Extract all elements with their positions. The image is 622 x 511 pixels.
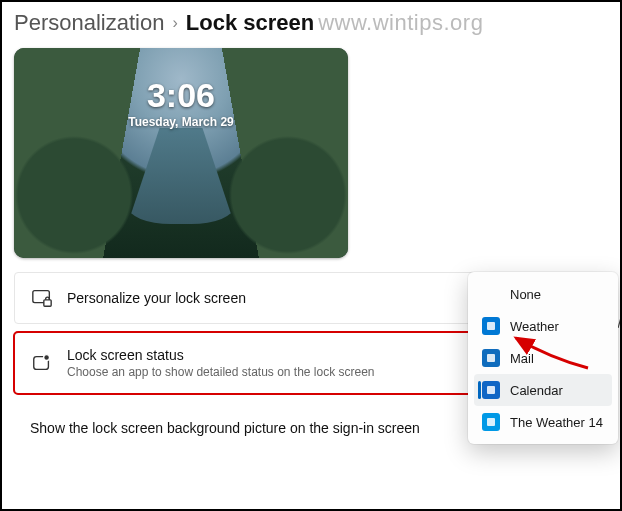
svg-rect-1	[44, 300, 51, 306]
flyout-item-none[interactable]: None	[474, 278, 612, 310]
preview-date: Tuesday, March 29	[128, 115, 234, 129]
svg-rect-7	[487, 354, 495, 362]
flyout-item-mail[interactable]: Mail	[474, 342, 612, 374]
svg-point-3	[44, 355, 50, 361]
status-subtitle: Choose an app to show detailed status on…	[67, 365, 375, 379]
flyout-item-label: None	[510, 287, 541, 302]
flyout-item-label: Calendar	[510, 383, 563, 398]
flyout-item-weather[interactable]: Weather	[474, 310, 612, 342]
svg-rect-9	[487, 386, 495, 394]
breadcrumb-current: Lock screen	[186, 10, 314, 36]
lock-screen-preview: 3:06 Tuesday, March 29	[14, 48, 348, 258]
status-app-flyout: None Weather Mail Calendar The Weather 1…	[468, 272, 618, 444]
signin-picture-title: Show the lock screen background picture …	[30, 420, 420, 436]
personalize-title: Personalize your lock screen	[67, 290, 246, 306]
flyout-item-label: Weather	[510, 319, 559, 334]
flyout-item-label: Mail	[510, 351, 534, 366]
preview-time: 3:06	[128, 76, 234, 115]
svg-rect-5	[487, 322, 495, 330]
flyout-item-the-weather-14-day[interactable]: The Weather 14 day	[474, 406, 612, 438]
status-app-icon	[31, 352, 53, 374]
flyout-item-calendar[interactable]: Calendar	[474, 374, 612, 406]
breadcrumb-parent[interactable]: Personalization	[14, 10, 164, 36]
watermark-text: www.wintips.org	[318, 10, 483, 36]
breadcrumb: Personalization › Lock screen www.wintip…	[2, 2, 620, 42]
chevron-right-icon: ›	[172, 14, 177, 32]
flyout-item-label: The Weather 14 day	[510, 415, 604, 430]
picture-lock-icon	[31, 287, 53, 309]
status-title: Lock screen status	[67, 347, 375, 363]
svg-rect-11	[487, 418, 495, 426]
